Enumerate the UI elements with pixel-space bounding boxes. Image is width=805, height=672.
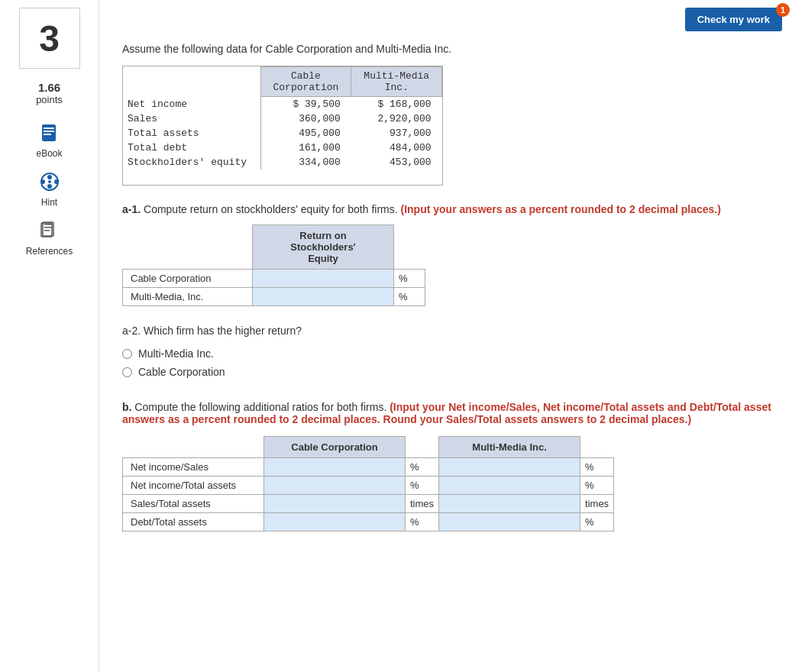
b-input-col1[interactable]	[264, 458, 405, 476]
b-section-label: b. Compute the following additional rati…	[122, 401, 774, 425]
points-section: 1.66 points	[36, 81, 63, 105]
b-row-unit1: %	[406, 477, 439, 495]
b-table-row: Net income/Total assets % %	[123, 477, 614, 495]
b-input-col1[interactable]	[264, 513, 405, 531]
svg-point-5	[47, 175, 52, 179]
radio-label: Multi-Media Inc.	[138, 347, 214, 360]
svg-point-9	[48, 180, 51, 183]
row-col1: 360,000	[260, 111, 351, 126]
return-input[interactable]	[253, 270, 393, 287]
b-label-text: Compute the following additional ratios …	[134, 401, 386, 413]
b-row-unit2: %	[580, 477, 614, 495]
hint-button[interactable]: Hint	[37, 170, 62, 208]
sidebar: 3 1.66 points eBook	[0, 0, 99, 672]
svg-rect-2	[44, 131, 54, 132]
ebook-button[interactable]: eBook	[36, 121, 62, 159]
radio-option[interactable]: Multi-Media Inc.	[122, 347, 774, 360]
radio-label: Cable Corporation	[138, 366, 225, 378]
svg-rect-13	[44, 227, 52, 228]
b-row-label: Net income/Sales	[123, 458, 264, 477]
b-row-unit1: %	[406, 513, 439, 531]
row-col2: 2,920,000	[351, 111, 442, 126]
radio-input-multi-media[interactable]	[122, 349, 132, 359]
return-input[interactable]	[253, 288, 393, 305]
row-col1: 495,000	[260, 126, 351, 141]
b-input-col2[interactable]	[439, 495, 580, 512]
points-label: points	[36, 94, 63, 105]
b-table-row: Sales/Total assets times times	[123, 495, 614, 513]
check-my-work-button[interactable]: Check my work	[685, 8, 782, 31]
a1-label-colored: (Input your answers as a percent rounded…	[401, 203, 721, 215]
svg-point-6	[40, 179, 45, 184]
row-col1: 334,000	[260, 155, 351, 170]
b-input-col1[interactable]	[264, 495, 405, 512]
b-row-unit2: %	[580, 513, 614, 531]
question-number-box: 3	[19, 8, 80, 69]
b-input-col2[interactable]	[439, 458, 580, 476]
a1-label-text: Compute return on stockholders' equity f…	[144, 203, 398, 215]
hint-icon	[37, 170, 62, 194]
b-row-unit2: times	[580, 495, 614, 513]
b-section: b. Compute the following additional rati…	[122, 401, 774, 531]
return-table-row: Multi-Media, Inc. %	[123, 288, 425, 306]
main-content: Check my work 1 Assume the following dat…	[99, 0, 805, 672]
data-table: Cable Corporation Multi-Media Inc. Net i…	[123, 66, 442, 170]
a1-label-bold: a-1.	[122, 203, 141, 215]
radio-input-cable[interactable]	[122, 367, 132, 377]
points-value: 1.66	[36, 81, 63, 94]
return-row-label: Multi-Media, Inc.	[123, 288, 253, 306]
return-row-unit: %	[394, 288, 425, 306]
b-row-input-cell-2	[439, 458, 580, 477]
intro-text: Assume the following data for Cable Corp…	[122, 43, 774, 55]
svg-point-8	[47, 184, 52, 189]
question-number: 3	[39, 18, 60, 60]
data-table-row: Stockholders' equity 334,000 453,000	[123, 155, 442, 170]
col2-header: Multi-Media Inc.	[351, 67, 442, 97]
b-input-col2[interactable]	[439, 513, 580, 531]
svg-rect-1	[44, 128, 54, 129]
row-col2: 453,000	[351, 155, 442, 170]
b-row-input-cell-2	[439, 495, 580, 513]
a2-label-text: Which firm has the higher return?	[144, 325, 302, 337]
return-table-row: Cable Corporation %	[123, 270, 425, 288]
a2-question-text: a-2. Which firm has the higher return?	[122, 325, 774, 337]
b-table-row: Debt/Total assets % %	[123, 513, 614, 531]
b-row-label: Debt/Total assets	[123, 513, 264, 531]
return-row-unit: %	[394, 270, 425, 288]
b-input-col2[interactable]	[439, 477, 580, 494]
data-table-row: Total debt 161,000 484,000	[123, 141, 442, 155]
svg-rect-14	[44, 230, 50, 231]
svg-point-7	[54, 179, 59, 184]
data-table-row: Sales 360,000 2,920,000	[123, 111, 442, 126]
radio-option[interactable]: Cable Corporation	[122, 366, 774, 378]
svg-rect-0	[42, 124, 56, 141]
row-label: Stockholders' equity	[123, 155, 260, 170]
return-row-input-cell	[253, 270, 394, 288]
row-label: Sales	[123, 111, 260, 126]
return-row-label: Cable Corporation	[123, 270, 253, 288]
col1-header: Cable Corporation	[260, 67, 351, 97]
b-row-unit1: %	[406, 458, 439, 477]
data-table-row: Total assets 495,000 937,000	[123, 126, 442, 141]
b-col2-header: Multi-Media Inc.	[439, 437, 580, 458]
b-col1-header: Cable Corporation	[264, 437, 406, 458]
data-table-row: Net income $ 39,500 $ 168,000	[123, 97, 442, 112]
row-col1: $ 39,500	[260, 97, 351, 112]
ebook-icon	[37, 121, 62, 145]
a1-section-label: a-1. Compute return on stockholders' equ…	[122, 203, 774, 215]
row-col2: 937,000	[351, 126, 442, 141]
return-row-input-cell	[253, 288, 394, 306]
data-table-wrapper: Cable Corporation Multi-Media Inc. Net i…	[122, 66, 443, 186]
check-btn-wrapper: Check my work 1	[685, 8, 790, 31]
row-col2: $ 168,000	[351, 97, 442, 112]
return-table: Return on Stockholders' Equity Cable Cor…	[122, 225, 425, 306]
b-input-col1[interactable]	[264, 477, 405, 494]
row-label: Total assets	[123, 126, 260, 141]
check-badge: 1	[776, 3, 790, 17]
hint-label: Hint	[41, 197, 57, 208]
row-col2: 484,000	[351, 141, 442, 155]
references-button[interactable]: References	[26, 218, 73, 257]
svg-rect-12	[44, 224, 52, 225]
row-col1: 161,000	[260, 141, 351, 155]
b-row-label: Sales/Total assets	[123, 495, 264, 513]
